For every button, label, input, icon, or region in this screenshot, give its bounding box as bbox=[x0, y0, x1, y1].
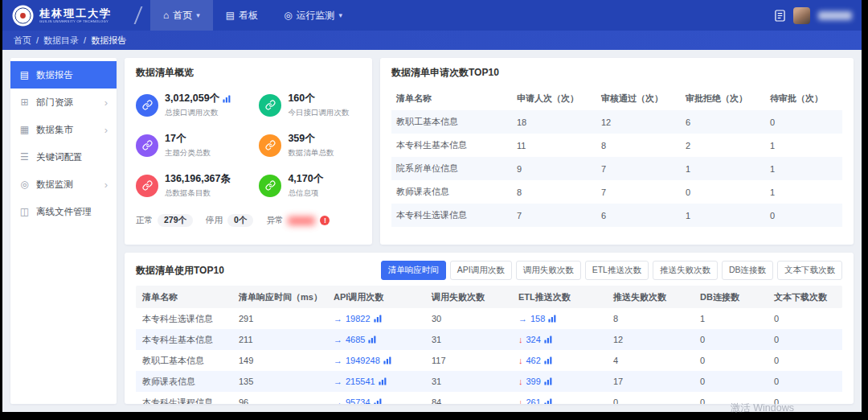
api-calls-link[interactable]: 1949248 bbox=[346, 356, 380, 365]
status-normal: 正常 279个 bbox=[136, 214, 193, 227]
bar-chart-icon[interactable] bbox=[374, 315, 382, 323]
navbar-right bbox=[775, 7, 852, 24]
sidebar-item-data-mart[interactable]: ▦ 数据集市 › bbox=[10, 116, 117, 143]
link-icon bbox=[259, 175, 281, 197]
stat-total-lists: 359个 数据清单总数 bbox=[259, 132, 361, 159]
sidebar-item-data-monitor[interactable]: ◎ 数据监测 › bbox=[10, 171, 117, 198]
stats-grid: 3,012,059个 总接口调用次数 160个 bbox=[136, 92, 361, 199]
bar-chart-icon[interactable] bbox=[544, 398, 552, 404]
breadcrumb-item-catalog[interactable]: 数据目录 bbox=[43, 35, 79, 47]
tab-call-failures[interactable]: 调用失败次数 bbox=[516, 261, 581, 280]
status-label: 停用 bbox=[206, 215, 223, 226]
sidebar-item-data-report[interactable]: ▤ 数据报告 bbox=[10, 61, 117, 89]
chevron-right-icon: › bbox=[104, 179, 108, 191]
content-area: ▤ 数据报告 ⊞ 部门资源 › ▦ 数据集市 › ☰ 关键词配置 ◎ 数据监测 … bbox=[2, 50, 862, 412]
etl-push-link[interactable]: 158 bbox=[530, 314, 545, 323]
sidebar-item-offline-files[interactable]: ◫ 离线文件管理 bbox=[10, 198, 117, 225]
stat-total-info-items: 4,170个 总信息项 bbox=[259, 172, 361, 199]
stat-label: 总数据条目数 bbox=[165, 188, 231, 199]
sidebar-item-keyword-config[interactable]: ☰ 关键词配置 bbox=[10, 143, 117, 171]
stat-value: 4,170个 bbox=[288, 172, 323, 186]
main-area: 数据清单概览 3,012,059个 总接口调用次数 bbox=[125, 58, 854, 404]
table-row[interactable]: 本专科生选课信息7610 bbox=[391, 204, 842, 227]
bar-chart-icon[interactable] bbox=[548, 315, 556, 323]
stat-label: 总信息项 bbox=[288, 188, 323, 199]
tab-response-time[interactable]: 清单响应时间 bbox=[381, 261, 446, 280]
stat-today-api-calls: 160个 今日接口调用次数 bbox=[259, 92, 361, 118]
caret-down-icon: ▾ bbox=[196, 11, 200, 19]
tab-db-connections[interactable]: DB连接数 bbox=[722, 261, 773, 280]
api-calls-link[interactable]: 19822 bbox=[346, 314, 371, 323]
usage-table-header: 清单名称 清单响应时间（ms） API调用次数 调用失败次数 ETL推送次数 推… bbox=[136, 286, 842, 308]
etl-push-link[interactable]: 462 bbox=[526, 356, 541, 365]
api-calls-link[interactable]: 95734 bbox=[346, 397, 371, 404]
tab-push-failures[interactable]: 推送失败次数 bbox=[653, 261, 718, 280]
breadcrumb-separator: / bbox=[36, 35, 39, 45]
overview-card: 数据清单概览 3,012,059个 总接口调用次数 bbox=[125, 58, 372, 245]
etl-push-link[interactable]: 324 bbox=[526, 335, 541, 344]
trend-arrow-icon bbox=[334, 397, 342, 404]
breadcrumb-item-home[interactable]: 首页 bbox=[14, 35, 31, 47]
column-header: DB连接数 bbox=[700, 291, 774, 303]
top-navbar: 桂林理工大学 GUILIN UNIVERSITY OF TECHNOLOGY ⌂… bbox=[2, 0, 862, 31]
column-header: 清单响应时间（ms） bbox=[239, 291, 334, 303]
nav-item-monitor[interactable]: ◎ 运行监测 ▾ bbox=[271, 0, 355, 31]
stat-label: 数据清单总数 bbox=[288, 148, 334, 159]
link-icon bbox=[259, 134, 281, 157]
bar-chart-icon[interactable] bbox=[379, 377, 387, 385]
alert-icon[interactable]: ! bbox=[320, 216, 330, 225]
table-row[interactable]: 本专科生选课信息 291 19822 30 158 8 1 0 bbox=[136, 308, 842, 329]
stat-label: 今日接口调用次数 bbox=[288, 108, 349, 118]
column-header: 清单名称 bbox=[142, 291, 239, 303]
username-blurred[interactable] bbox=[818, 11, 852, 20]
overview-title: 数据清单概览 bbox=[136, 66, 361, 80]
table-row[interactable]: 院系所单位信息9711 bbox=[391, 157, 842, 180]
stat-total-api-calls: 3,012,059个 总接口调用次数 bbox=[136, 92, 256, 118]
trend-arrow-icon bbox=[334, 377, 342, 386]
sidebar-item-label: 关键词配置 bbox=[36, 151, 83, 163]
nav-item-home[interactable]: ⌂ 首页 ▾ bbox=[150, 0, 213, 31]
stat-value: 160个 bbox=[288, 92, 314, 105]
usage-top10-card: 数据清单使用TOP10 清单响应时间 API调用次数 调用失败次数 ETL推送次… bbox=[125, 253, 854, 404]
avatar[interactable] bbox=[793, 7, 810, 24]
table-row[interactable]: 教师课表信息8701 bbox=[391, 180, 842, 204]
bar-chart-icon[interactable] bbox=[223, 95, 231, 103]
api-calls-link[interactable]: 4685 bbox=[346, 335, 365, 344]
breadcrumb-separator: / bbox=[84, 35, 86, 45]
university-brand[interactable]: 桂林理工大学 GUILIN UNIVERSITY OF TECHNOLOGY bbox=[12, 5, 133, 27]
status-label: 正常 bbox=[136, 215, 153, 226]
screen: 桂林理工大学 GUILIN UNIVERSITY OF TECHNOLOGY ⌂… bbox=[0, 0, 868, 420]
bar-chart-icon[interactable] bbox=[544, 356, 552, 364]
sidebar-item-department-resources[interactable]: ⊞ 部门资源 › bbox=[10, 89, 117, 116]
sidebar: ▤ 数据报告 ⊞ 部门资源 › ▦ 数据集市 › ☰ 关键词配置 ◎ 数据监测 … bbox=[10, 58, 117, 404]
table-row[interactable]: 教职工基本信息181260 bbox=[391, 110, 842, 134]
nav-item-board[interactable]: ▤ 看板 bbox=[213, 0, 271, 31]
tab-api-calls[interactable]: API调用次数 bbox=[450, 261, 512, 280]
etl-push-link[interactable]: 261 bbox=[526, 397, 541, 404]
table-row[interactable]: 教师课表信息 135 215541 31 399 17 0 0 bbox=[136, 371, 842, 392]
apply-table-header: 清单名称 申请人次（次） 审核通过（次） 审批拒绝（次） 待审批（次） bbox=[391, 86, 842, 110]
tab-etl-pushes[interactable]: ETL推送次数 bbox=[585, 261, 649, 280]
windows-activation-watermark: 激活 Windows bbox=[731, 401, 794, 415]
table-row[interactable]: 本专科生基本信息11821 bbox=[391, 134, 842, 157]
status-value: 0个 bbox=[227, 214, 253, 227]
bar-chart-icon[interactable] bbox=[544, 377, 552, 385]
bar-chart-icon[interactable] bbox=[374, 398, 382, 404]
bar-chart-icon[interactable] bbox=[368, 336, 376, 344]
table-row[interactable]: 教职工基本信息 149 1949248 117 462 4 0 0 bbox=[136, 350, 842, 371]
monitor-eye-icon: ◎ bbox=[19, 179, 30, 190]
link-icon bbox=[259, 94, 281, 117]
bar-chart-icon[interactable] bbox=[383, 356, 391, 364]
table-row[interactable]: 本专科生基本信息 211 4685 31 324 12 0 0 bbox=[136, 329, 842, 350]
api-calls-link[interactable]: 215541 bbox=[346, 377, 375, 386]
column-header: 清单名称 bbox=[396, 93, 517, 105]
link-icon bbox=[136, 175, 158, 197]
column-header: 申请人次（次） bbox=[517, 93, 601, 105]
bar-chart-icon[interactable] bbox=[544, 336, 552, 344]
document-icon[interactable] bbox=[775, 10, 785, 22]
column-header: 待审批（次） bbox=[770, 93, 837, 105]
tab-text-downloads[interactable]: 文本下载次数 bbox=[777, 261, 842, 280]
sidebar-item-label: 离线文件管理 bbox=[36, 206, 92, 218]
trend-arrow-icon bbox=[334, 314, 342, 323]
etl-push-link[interactable]: 399 bbox=[526, 377, 541, 386]
